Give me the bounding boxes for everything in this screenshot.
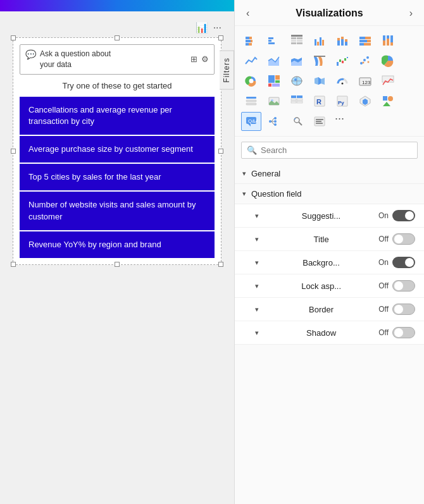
resize-handle-tl[interactable] (11, 35, 16, 40)
svg-text:Q&A: Q&A (248, 118, 258, 124)
svg-point-91 (274, 120, 277, 123)
toolbar-row: 📊 ··· (10, 18, 224, 37)
toggle-switch-4[interactable] (392, 304, 415, 315)
table-viz-icon[interactable] (287, 31, 307, 50)
toggle-switch-1[interactable] (392, 233, 415, 245)
stacked-column-icon[interactable] (332, 31, 352, 50)
chart-toolbar-icon[interactable]: 📊 (196, 22, 208, 34)
svg-rect-72 (297, 95, 302, 98)
next-arrow[interactable]: › (407, 6, 415, 20)
svg-rect-34 (387, 35, 389, 39)
filled-map-icon[interactable] (309, 71, 330, 90)
svg-marker-85 (383, 102, 390, 106)
area-chart-icon[interactable] (264, 51, 284, 70)
section-general[interactable]: ▾ General (235, 164, 424, 184)
toggle-switch-5[interactable] (392, 327, 415, 338)
filters-tab[interactable]: Filters (220, 51, 234, 90)
svg-rect-74 (297, 99, 302, 101)
resize-handle-br[interactable] (218, 262, 223, 267)
stacked-bar-icon[interactable] (241, 31, 261, 50)
toggle-label-4: Border (309, 305, 334, 314)
search-input[interactable] (261, 145, 412, 155)
svg-rect-6 (268, 37, 273, 39)
resize-handle-mt[interactable] (115, 35, 120, 40)
qa-input-left: 💬 Ask a question about your data (25, 49, 190, 70)
qa-settings-icon[interactable]: ⊞ (190, 54, 197, 64)
suggestion-item-0[interactable]: Cancellations and average revenue per tr… (20, 97, 215, 135)
toggle-label-1: Title (314, 235, 329, 244)
clustered-bar-icon[interactable] (264, 31, 284, 50)
image-viz-icon[interactable] (264, 92, 284, 111)
svg-point-47 (360, 62, 363, 65)
decomp-tree-icon[interactable] (264, 112, 284, 131)
resize-handle-ml[interactable] (11, 149, 16, 154)
svg-rect-45 (344, 58, 346, 61)
svg-rect-1 (249, 37, 252, 39)
svg-rect-68 (246, 103, 256, 105)
more-toolbar-icon[interactable]: ··· (213, 22, 221, 34)
resize-handle-bl[interactable] (11, 262, 16, 267)
svg-rect-25 (345, 39, 347, 42)
waterfall-icon[interactable] (332, 51, 352, 70)
more-visualizations-btn[interactable]: ··· (332, 112, 354, 131)
line-chart-icon[interactable] (241, 51, 261, 70)
slicer-icon[interactable] (241, 92, 261, 111)
gauge-icon[interactable] (332, 71, 352, 90)
svg-point-50 (363, 62, 365, 64)
right-panel: ‹ Visualizations › (234, 0, 424, 504)
toggle-row-2: ▾ Backgro... On (235, 251, 424, 274)
custom-visual-icon[interactable] (355, 92, 375, 111)
kpi-icon[interactable] (378, 71, 398, 90)
python-visual-icon[interactable]: Py (332, 92, 352, 111)
chevron-toggle-5: ▾ (255, 329, 259, 337)
suggestion-item-4[interactable]: Revenue YoY% by region and brand (20, 231, 215, 258)
svg-point-92 (274, 123, 277, 126)
section-question-field[interactable]: ▾ Question field (235, 184, 424, 204)
toggle-switch-2[interactable] (392, 257, 415, 268)
svg-rect-11 (297, 37, 302, 39)
clustered-column-icon[interactable] (309, 31, 330, 50)
svg-rect-19 (322, 40, 324, 46)
suggestion-item-2[interactable]: Top 5 cities by sales for the last year (20, 164, 215, 190)
svg-rect-43 (339, 59, 341, 62)
100pct-stacked-column-icon[interactable] (378, 31, 398, 50)
svg-rect-18 (320, 37, 321, 46)
qa-input-box[interactable]: 💬 Ask a question about your data ⊞ ⚙ (20, 44, 215, 75)
suggestion-list: Cancellations and average revenue per tr… (20, 97, 215, 258)
card-viz-icon[interactable]: 123 (355, 71, 375, 90)
smart-narrative-icon[interactable] (309, 112, 330, 131)
prev-arrow[interactable]: ‹ (244, 6, 252, 20)
resize-handle-mr[interactable] (218, 149, 223, 154)
svg-rect-101 (316, 121, 321, 122)
shape-icon[interactable] (378, 92, 398, 111)
toggle-right-5: Off (378, 327, 415, 338)
suggestion-item-3[interactable]: Number of website visits and sales amoun… (20, 192, 215, 230)
donut-chart-icon[interactable] (241, 71, 261, 90)
100pct-stacked-bar-icon[interactable] (355, 31, 375, 50)
qa-gear-icon[interactable]: ⚙ (201, 54, 209, 64)
pie-chart-icon[interactable] (378, 51, 398, 70)
key-influencers-icon[interactable] (287, 112, 307, 131)
ribbon-chart-icon[interactable] (309, 51, 330, 70)
qa-visual-icon[interactable]: Q&A (241, 112, 261, 131)
svg-rect-2 (246, 40, 251, 42)
svg-rect-29 (367, 40, 371, 42)
toggle-switch-3[interactable] (392, 280, 415, 292)
treemap-icon[interactable] (264, 71, 284, 90)
r-visual-icon[interactable]: R (309, 92, 330, 111)
stacked-area-icon[interactable] (287, 51, 307, 70)
section-general-label: General (251, 169, 280, 178)
resize-handle-tr[interactable] (218, 35, 223, 40)
chevron-toggle-1: ▾ (255, 235, 259, 243)
table-matrix-icon[interactable] (287, 92, 307, 111)
toggle-switch-0[interactable] (392, 210, 415, 221)
scatter-chart-icon[interactable] (355, 51, 375, 70)
visualizations-title: Visualizations (296, 8, 363, 19)
property-sections: ▾ General ▾ Question field ▾ Suggesti...… (235, 164, 424, 504)
map-icon-viz[interactable] (287, 71, 307, 90)
svg-rect-12 (291, 40, 296, 42)
resize-handle-mb[interactable] (115, 262, 120, 267)
chevron-toggle-2: ▾ (255, 259, 259, 267)
svg-rect-32 (383, 35, 385, 40)
suggestion-item-1[interactable]: Average purchase size by customer segmen… (20, 136, 215, 163)
